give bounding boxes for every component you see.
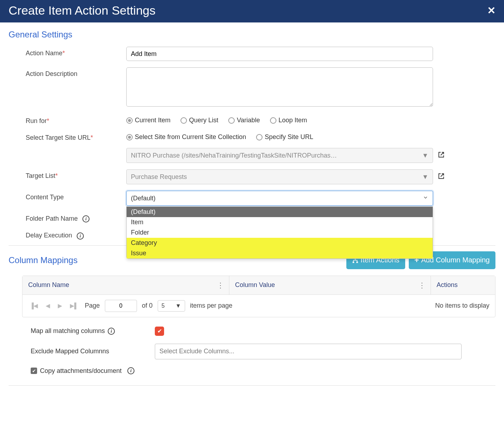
label-target-site-url: Select Target Site URL* xyxy=(9,131,126,142)
grid-header-row: Column Name ⋮ Column Value ⋮ Actions xyxy=(22,276,495,295)
pager-first-icon[interactable]: ▐◀ xyxy=(28,302,39,309)
svg-rect-2 xyxy=(356,261,358,263)
copy-attachments-checkbox[interactable]: ✔ xyxy=(31,368,37,374)
row-action-description: Action Description xyxy=(9,67,495,108)
required-mark: * xyxy=(62,50,65,57)
required-mark: * xyxy=(91,134,93,141)
radio-current-item[interactable]: Current Item xyxy=(126,117,170,124)
pager-next-icon[interactable]: ▶ xyxy=(56,302,63,309)
page-label: Page xyxy=(85,302,100,309)
column-mappings-heading: Column Mappings xyxy=(9,255,77,265)
row-content-type: Content Type (Default) (Default) Item Fo… xyxy=(9,191,495,206)
action-name-input[interactable] xyxy=(126,47,433,61)
modal-header: Create Item Action Settings ✕ xyxy=(0,0,504,22)
map-all-checkbox[interactable]: ✔ xyxy=(155,327,164,336)
grid-pager: ▐◀ ◀ ▶ ▶▌ Page of 0 5 ▼ items per page N… xyxy=(22,295,495,317)
option-default[interactable]: (Default) xyxy=(127,207,433,217)
target-list-select[interactable]: Purchase Requests ▼ xyxy=(126,169,433,184)
caret-down-icon: ▼ xyxy=(422,152,428,159)
site-select[interactable]: NITRO Purchase (/sites/NehaTraining/Test… xyxy=(126,148,433,163)
content-type-select[interactable]: (Default) xyxy=(126,191,433,206)
row-map-all: Map all matching columns i ✔ xyxy=(31,327,495,336)
svg-rect-1 xyxy=(352,261,354,263)
modal-dialog: Create Item Action Settings ✕ General Se… xyxy=(0,0,504,399)
option-folder[interactable]: Folder xyxy=(127,227,433,238)
mappings-grid: Column Name ⋮ Column Value ⋮ Actions ▐◀ … xyxy=(22,276,495,317)
radio-icon xyxy=(228,117,235,124)
row-target-list: Target List* Purchase Requests ▼ xyxy=(9,169,495,184)
content-type-dropdown: (Default) Item Folder Category Issue xyxy=(126,206,433,259)
label-action-name: Action Name* xyxy=(9,47,126,57)
info-icon[interactable]: i xyxy=(108,328,115,335)
divider xyxy=(9,385,495,386)
label-target-list: Target List* xyxy=(9,169,126,180)
radio-variable[interactable]: Variable xyxy=(228,117,260,124)
radio-icon xyxy=(126,134,133,140)
modal-title: Create Item Action Settings xyxy=(9,4,156,17)
below-grid-section: Map all matching columns i ✔ Exclude Map… xyxy=(31,327,495,375)
label-copy-attachments: Copy attachments/document xyxy=(40,367,122,375)
radio-loop-item[interactable]: Loop Item xyxy=(270,117,307,124)
row-copy-attachments: ✔ Copy attachments/document i xyxy=(31,367,495,375)
kebab-icon[interactable]: ⋮ xyxy=(217,281,223,289)
row-target-site-url: Select Target Site URL* Select Site from… xyxy=(9,131,495,142)
row-exclude-mapped: Exclude Mapped Columnns Select Exclude C… xyxy=(31,344,495,359)
label-exclude-mapped: Exclude Mapped Columnns xyxy=(31,348,155,355)
info-icon[interactable]: i xyxy=(77,232,84,240)
kebab-icon[interactable]: ⋮ xyxy=(418,281,425,289)
modal-body: General Settings Action Name* Action Des… xyxy=(0,22,504,399)
info-icon[interactable]: i xyxy=(127,367,134,374)
label-folder-path: Folder Path Name i xyxy=(9,212,126,222)
radio-icon xyxy=(126,117,133,124)
caret-down-icon: ▼ xyxy=(422,173,428,181)
radio-icon xyxy=(256,134,263,140)
exclude-columns-select[interactable]: Select Exclude Columns... xyxy=(155,344,462,359)
label-delay-execution: Delay Execution i xyxy=(9,229,126,239)
pager-prev-icon[interactable]: ◀ xyxy=(44,302,51,309)
row-site-dropdown: NITRO Purchase (/sites/NehaTraining/Test… xyxy=(9,148,495,163)
radio-icon xyxy=(270,117,276,124)
option-category[interactable]: Category xyxy=(127,238,433,248)
close-icon[interactable]: ✕ xyxy=(487,5,495,16)
col-header-actions: Actions xyxy=(431,276,495,294)
radio-select-site-collection[interactable]: Select Site from Current Site Collection xyxy=(126,133,246,141)
page-size-select[interactable]: 5 ▼ xyxy=(158,300,185,312)
required-mark: * xyxy=(47,117,49,124)
radio-specify-site-url[interactable]: Specify Site URL xyxy=(256,133,313,141)
option-issue[interactable]: Issue xyxy=(127,248,433,258)
open-external-icon[interactable] xyxy=(438,173,444,181)
label-run-for: Run for* xyxy=(9,114,126,125)
option-item[interactable]: Item xyxy=(127,217,433,227)
label-content-type: Content Type xyxy=(9,191,126,201)
caret-down-icon: ▼ xyxy=(175,303,181,309)
row-action-name: Action Name* xyxy=(9,47,495,61)
page-number-input[interactable] xyxy=(105,300,137,312)
general-settings-heading: General Settings xyxy=(9,30,72,40)
label-map-all: Map all matching columns i xyxy=(31,327,155,335)
label-action-description: Action Description xyxy=(9,67,126,78)
action-description-input[interactable] xyxy=(126,67,433,107)
no-items-label: No items to display xyxy=(435,302,489,309)
open-external-icon[interactable] xyxy=(438,152,444,160)
row-run-for: Run for* Current Item Query List Variabl… xyxy=(9,114,495,125)
radio-icon xyxy=(180,117,187,124)
col-header-value[interactable]: Column Value ⋮ xyxy=(229,276,431,294)
chevron-down-icon xyxy=(423,195,428,202)
pager-last-icon[interactable]: ▶▌ xyxy=(68,302,80,309)
items-per-page-label: items per page xyxy=(190,302,233,309)
info-icon[interactable]: i xyxy=(82,215,90,222)
required-mark: * xyxy=(55,172,58,179)
page-of-label: of 0 xyxy=(142,302,153,309)
radio-query-list[interactable]: Query List xyxy=(180,117,218,124)
col-header-name[interactable]: Column Name ⋮ xyxy=(22,276,229,294)
